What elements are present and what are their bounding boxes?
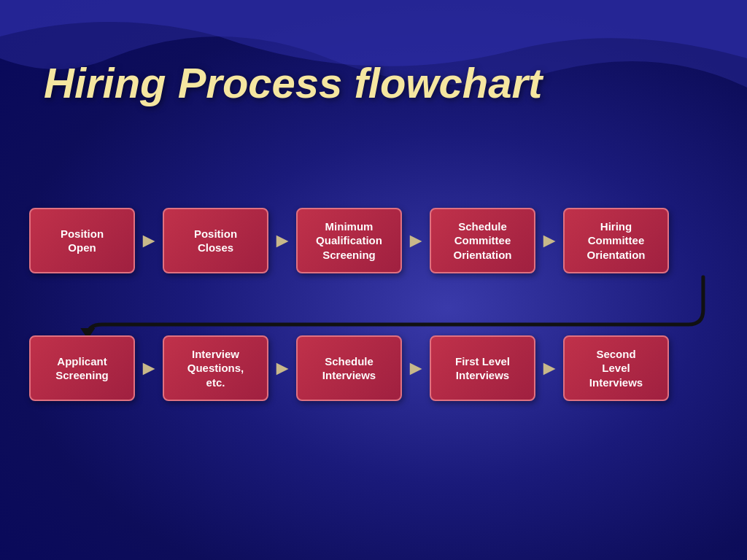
box-second-level: Second Level Interviews bbox=[563, 335, 669, 401]
slide: Hiring Process flowchart Position Open ►… bbox=[0, 0, 747, 560]
box-min-qual: Minimum Qualification Screening bbox=[296, 208, 402, 273]
page-title: Hiring Process flowchart bbox=[44, 58, 542, 107]
box-schedule-committee: Schedule Committee Orientation bbox=[430, 208, 535, 273]
connector-area bbox=[29, 273, 718, 335]
arrow-r2-4-5: ► bbox=[535, 357, 563, 379]
arrow-2-3: ► bbox=[268, 230, 296, 252]
box-position-closes: Position Closes bbox=[163, 208, 268, 273]
box-hiring-committee: Hiring Committee Orientation bbox=[563, 208, 669, 273]
connector-svg bbox=[29, 273, 718, 335]
box-interview-questions: Interview Questions, etc. bbox=[163, 335, 268, 401]
arrow-1-2: ► bbox=[135, 230, 163, 252]
arrow-3-4: ► bbox=[402, 230, 430, 252]
row-1: Position Open ► Position Closes ► Minimu… bbox=[29, 208, 718, 273]
arrow-r2-3-4: ► bbox=[402, 357, 430, 379]
flowchart-area: Position Open ► Position Closes ► Minimu… bbox=[29, 208, 718, 401]
arrow-r2-2-3: ► bbox=[268, 357, 296, 379]
svg-marker-0 bbox=[80, 328, 95, 335]
box-applicant-screening: Applicant Screening bbox=[29, 335, 135, 401]
box-first-level: First Level Interviews bbox=[430, 335, 535, 401]
row-2: Applicant Screening ► Interview Question… bbox=[29, 335, 718, 401]
box-schedule-interviews: Schedule Interviews bbox=[296, 335, 402, 401]
arrow-4-5: ► bbox=[535, 230, 563, 252]
arrow-r2-1-2: ► bbox=[135, 357, 163, 379]
box-position-open: Position Open bbox=[29, 208, 135, 273]
